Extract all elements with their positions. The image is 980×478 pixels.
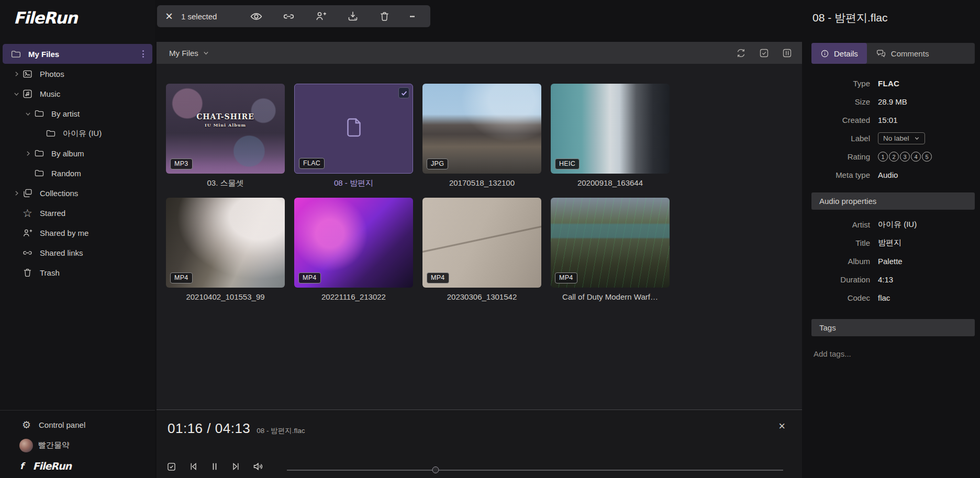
tab-details[interactable]: Details bbox=[811, 43, 867, 64]
avatar bbox=[19, 439, 33, 452]
chevron-down-icon[interactable] bbox=[22, 110, 34, 117]
rating-star-4[interactable]: 4 bbox=[911, 152, 921, 162]
property-value: FLAC bbox=[878, 79, 899, 88]
refresh-icon[interactable] bbox=[736, 48, 747, 59]
file-tile[interactable]: MP4 Call of Duty Modern Warf… bbox=[551, 198, 670, 301]
file-thumbnail[interactable]: HEIC bbox=[551, 84, 670, 174]
add-tags-input[interactable]: Add tags... bbox=[814, 349, 851, 358]
file-tile[interactable]: MP4 20210402_101553_99 bbox=[166, 198, 285, 301]
sidebar-item-collections[interactable]: Collections bbox=[0, 183, 155, 203]
trash-icon bbox=[22, 267, 33, 278]
control-panel-label: Control panel bbox=[39, 420, 85, 429]
tab-comments[interactable]: Comments bbox=[867, 43, 938, 64]
sidebar-item-random[interactable]: Random bbox=[0, 163, 155, 183]
previous-track-icon[interactable] bbox=[188, 461, 198, 472]
sidebar-item-shared-links[interactable]: Shared links bbox=[0, 243, 155, 263]
player-queue-checkbox-icon[interactable] bbox=[166, 461, 177, 472]
next-track-icon[interactable] bbox=[231, 461, 241, 472]
rating-star-5[interactable]: 5 bbox=[922, 152, 932, 162]
file-tile[interactable]: MP4 20221116_213022 bbox=[294, 198, 413, 301]
preview-eye-icon[interactable] bbox=[250, 10, 263, 23]
file-tile[interactable]: HEIC 20200918_163644 bbox=[551, 84, 670, 188]
view-options-icon[interactable] bbox=[782, 48, 793, 59]
sidebar-item-label: Trash bbox=[40, 268, 60, 277]
seek-knob[interactable] bbox=[432, 466, 439, 473]
file-tile[interactable]: MP4 20230306_1301542 bbox=[422, 198, 541, 301]
gear-icon: ⚙ bbox=[21, 419, 32, 430]
file-thumbnail[interactable]: MP4 bbox=[551, 198, 670, 288]
file-thumbnail[interactable]: MP4 bbox=[294, 198, 413, 288]
filerun-footer-logo: FileRun bbox=[32, 460, 71, 472]
sidebar-item-by-artist[interactable]: By artist bbox=[0, 104, 155, 123]
control-panel-button[interactable]: ⚙ Control panel bbox=[0, 415, 155, 435]
label-select[interactable]: No label bbox=[878, 132, 925, 144]
breadcrumb[interactable]: My Files bbox=[169, 49, 209, 58]
file-tile-selected[interactable]: FLAC 08 - 밤편지 bbox=[294, 84, 413, 188]
file-thumbnail[interactable]: MP4 bbox=[422, 198, 541, 288]
sidebar-item-music[interactable]: Music bbox=[0, 84, 155, 104]
property-label: Type bbox=[810, 79, 870, 88]
rating-star-1[interactable]: 1 bbox=[878, 152, 888, 162]
audio-row-artist: Artist 아이유 (IU) bbox=[810, 215, 976, 234]
property-label: Created bbox=[810, 116, 870, 124]
file-thumbnail[interactable]: MP4 bbox=[166, 198, 285, 288]
sidebar-item-label: Random bbox=[51, 169, 81, 178]
photos-icon bbox=[22, 69, 33, 79]
chevron-right-icon[interactable] bbox=[10, 70, 22, 77]
tab-comments-label: Comments bbox=[891, 49, 929, 58]
file-tile[interactable]: JPG 20170518_132100 bbox=[422, 84, 541, 188]
file-thumbnail[interactable]: JPG bbox=[422, 84, 541, 174]
star-icon: ☆ bbox=[22, 208, 33, 219]
property-label: Codec bbox=[810, 293, 870, 302]
filetype-badge: MP4 bbox=[427, 272, 449, 283]
seek-bar[interactable] bbox=[287, 466, 783, 474]
share-link-icon[interactable] bbox=[282, 10, 295, 23]
property-row-created: Created 15:01 bbox=[810, 111, 976, 129]
sidebar-item-shared-by-me[interactable]: Shared by me bbox=[0, 223, 155, 243]
rating-star-2[interactable]: 2 bbox=[889, 152, 899, 162]
sidebar-item-starred[interactable]: ☆ Starred bbox=[0, 203, 155, 223]
sidebar-item-trash[interactable]: Trash bbox=[0, 263, 155, 282]
filerun-logo: FileRun bbox=[14, 8, 77, 27]
sidebar-item-by-album[interactable]: By album bbox=[0, 143, 155, 163]
delete-icon[interactable] bbox=[378, 10, 391, 22]
sidebar-item-my-files[interactable]: My Files bbox=[3, 44, 152, 64]
volume-icon[interactable] bbox=[252, 460, 265, 473]
chevron-right-icon[interactable] bbox=[10, 189, 22, 197]
user-menu[interactable]: 빨간물약 bbox=[0, 435, 155, 456]
share-user-icon[interactable] bbox=[315, 10, 327, 22]
audio-properties-header: Audio properties bbox=[811, 192, 975, 210]
file-thumbnail[interactable]: FLAC bbox=[294, 84, 413, 174]
file-tile[interactable]: CHAT-SHIREIU Mini Album MP3 03. 스물셋 bbox=[166, 84, 285, 188]
player-close-icon[interactable]: × bbox=[778, 420, 785, 432]
collections-icon bbox=[22, 188, 33, 199]
sidebar-item-photos[interactable]: Photos bbox=[0, 64, 155, 84]
more-options-icon[interactable] bbox=[410, 14, 415, 18]
chevron-down-icon[interactable] bbox=[10, 90, 22, 97]
folder-icon bbox=[34, 168, 44, 179]
sidebar-item-iu[interactable]: 아이유 (IU) bbox=[0, 123, 155, 143]
sidebar-item-label: Photos bbox=[40, 70, 64, 78]
property-label: Label bbox=[810, 134, 870, 143]
file-name: 20230306_1301542 bbox=[422, 292, 541, 301]
file-thumbnail[interactable]: CHAT-SHIREIU Mini Album MP3 bbox=[166, 84, 285, 174]
sidebar-item-label: 아이유 (IU) bbox=[63, 129, 102, 139]
select-all-checkbox-icon[interactable] bbox=[759, 48, 770, 59]
file-name: 20221116_213022 bbox=[294, 292, 413, 301]
selection-count: 1 selected bbox=[181, 12, 217, 21]
seek-track[interactable] bbox=[287, 470, 783, 471]
file-name: Call of Duty Modern Warf… bbox=[551, 292, 670, 301]
property-label: Size bbox=[810, 97, 870, 106]
property-label: Title bbox=[810, 238, 870, 247]
main-content: × 1 selected My Files bbox=[157, 0, 802, 478]
pause-icon[interactable] bbox=[209, 461, 220, 472]
download-icon[interactable] bbox=[347, 10, 359, 22]
property-value: 아이유 (IU) bbox=[878, 220, 917, 230]
folder-icon bbox=[34, 108, 44, 119]
player-track-name: 08 - 밤편지.flac bbox=[257, 426, 305, 436]
rating-star-3[interactable]: 3 bbox=[900, 152, 910, 162]
selected-checkbox-icon[interactable] bbox=[398, 87, 409, 98]
chevron-right-icon[interactable] bbox=[22, 150, 34, 157]
clear-selection-icon[interactable]: × bbox=[165, 10, 173, 22]
my-files-menu-icon[interactable] bbox=[139, 49, 147, 59]
